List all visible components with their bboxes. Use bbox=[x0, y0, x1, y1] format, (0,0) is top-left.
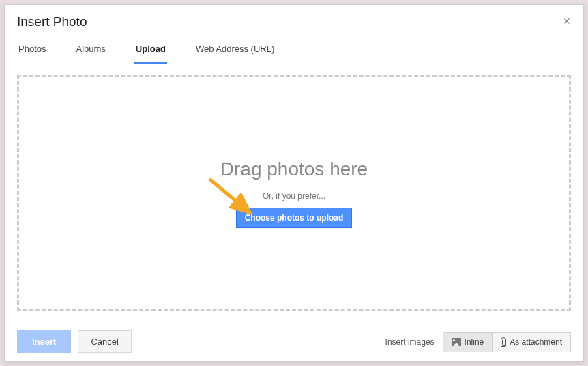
image-icon bbox=[452, 338, 461, 346]
footer-right: Insert images Inline As attachment bbox=[385, 332, 571, 352]
close-icon[interactable]: × bbox=[560, 14, 574, 29]
upload-dropzone[interactable]: Drag photos here Or, if you prefer... Ch… bbox=[17, 75, 571, 311]
tab-bar: Photos Albums Upload Web Address (URL) bbox=[5, 36, 583, 64]
dialog-header: Insert Photo × bbox=[5, 5, 583, 36]
tab-photos[interactable]: Photos bbox=[17, 37, 47, 64]
content-area: Drag photos here Or, if you prefer... Ch… bbox=[5, 64, 583, 322]
inline-button[interactable]: Inline bbox=[443, 333, 493, 352]
inline-label: Inline bbox=[465, 337, 484, 347]
tab-web-address[interactable]: Web Address (URL) bbox=[194, 37, 276, 64]
footer-left: Insert Cancel bbox=[17, 330, 132, 353]
insert-mode-toggle: Inline As attachment bbox=[443, 332, 571, 352]
as-attachment-button[interactable]: As attachment bbox=[492, 333, 570, 352]
insert-images-label: Insert images bbox=[385, 337, 435, 347]
paperclip-icon bbox=[501, 337, 506, 347]
tab-upload[interactable]: Upload bbox=[134, 37, 167, 64]
or-prefer-text: Or, if you prefer... bbox=[263, 191, 325, 201]
attachment-label: As attachment bbox=[510, 337, 562, 347]
choose-photos-button[interactable]: Choose photos to upload bbox=[236, 208, 353, 228]
dialog-title: Insert Photo bbox=[17, 14, 571, 29]
insert-photo-dialog: Insert Photo × Photos Albums Upload Web … bbox=[4, 4, 584, 362]
dialog-footer: Insert Cancel Insert images Inline As at… bbox=[5, 322, 583, 361]
drag-photos-text: Drag photos here bbox=[220, 158, 368, 180]
insert-button[interactable]: Insert bbox=[17, 330, 71, 353]
cancel-button[interactable]: Cancel bbox=[78, 330, 131, 353]
tab-albums[interactable]: Albums bbox=[74, 37, 106, 64]
